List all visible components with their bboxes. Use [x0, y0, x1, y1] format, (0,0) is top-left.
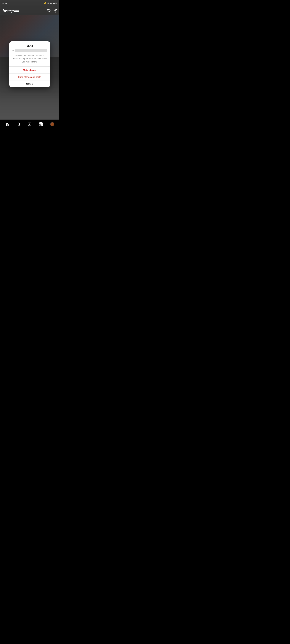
mute-stories-button[interactable]: Mute stories [9, 66, 50, 73]
mute-stories-posts-button[interactable]: Mute stories and posts [9, 74, 50, 80]
modal-content: Mute a You can unmute them from their pr… [9, 41, 50, 64]
username-letter: a [12, 49, 14, 52]
mute-modal: Mute a You can unmute them from their pr… [9, 41, 50, 87]
modal-overlay: Mute a You can unmute them from their pr… [0, 0, 59, 128]
modal-description: You can unmute them from their profile. … [12, 54, 47, 64]
mute-stories-posts-label: Mute stories and posts [18, 76, 41, 78]
mute-stories-label: Mute stories [23, 69, 36, 71]
modal-username-row: a [12, 49, 47, 52]
modal-title: Mute [12, 44, 47, 48]
cancel-label: Cancel [26, 82, 33, 85]
cancel-button[interactable]: Cancel [9, 80, 50, 87]
username-blur [15, 49, 47, 52]
